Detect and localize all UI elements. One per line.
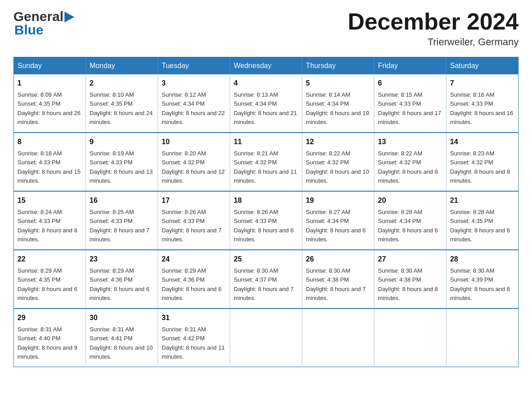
calendar-week-row: 8Sunrise: 8:18 AMSunset: 4:33 PMDaylight… (14, 133, 519, 191)
calendar-cell: 7Sunrise: 8:16 AMSunset: 4:33 PMDaylight… (446, 74, 519, 133)
calendar-cell: 19Sunrise: 8:27 AMSunset: 4:34 PMDayligh… (302, 191, 374, 250)
day-info: Sunrise: 8:28 AMSunset: 4:35 PMDaylight:… (450, 209, 510, 243)
day-info: Sunrise: 8:15 AMSunset: 4:33 PMDaylight:… (378, 91, 441, 125)
day-info: Sunrise: 8:14 AMSunset: 4:34 PMDaylight:… (306, 91, 369, 125)
calendar-cell: 11Sunrise: 8:21 AMSunset: 4:32 PMDayligh… (230, 133, 302, 191)
calendar-cell (446, 308, 519, 367)
day-info: Sunrise: 8:30 AMSunset: 4:38 PMDaylight:… (306, 267, 366, 301)
weekday-header-friday: Friday (374, 57, 446, 75)
calendar-cell: 16Sunrise: 8:25 AMSunset: 4:33 PMDayligh… (86, 191, 158, 250)
day-info: Sunrise: 8:30 AMSunset: 4:37 PMDaylight:… (234, 267, 294, 301)
calendar-cell: 24Sunrise: 8:29 AMSunset: 4:36 PMDayligh… (158, 250, 230, 308)
day-number: 4 (234, 78, 298, 89)
day-number: 19 (306, 195, 370, 206)
day-number: 1 (17, 78, 82, 89)
month-title: December 2024 (348, 9, 519, 34)
logo-triangle-icon (64, 12, 74, 22)
day-info: Sunrise: 8:31 AMSunset: 4:40 PMDaylight:… (17, 326, 77, 360)
day-number: 24 (162, 254, 226, 265)
calendar-cell: 15Sunrise: 8:24 AMSunset: 4:33 PMDayligh… (14, 191, 86, 250)
weekday-header-tuesday: Tuesday (158, 57, 230, 75)
day-info: Sunrise: 8:26 AMSunset: 4:33 PMDaylight:… (234, 209, 294, 243)
day-number: 12 (306, 137, 370, 147)
day-number: 25 (234, 254, 298, 265)
day-info: Sunrise: 8:24 AMSunset: 4:33 PMDaylight:… (17, 209, 77, 243)
day-number: 3 (162, 78, 226, 89)
calendar-cell: 1Sunrise: 8:09 AMSunset: 4:35 PMDaylight… (14, 74, 86, 133)
calendar-cell: 12Sunrise: 8:22 AMSunset: 4:32 PMDayligh… (302, 133, 374, 191)
day-number: 5 (306, 78, 370, 89)
day-info: Sunrise: 8:30 AMSunset: 4:39 PMDaylight:… (450, 267, 510, 301)
day-info: Sunrise: 8:26 AMSunset: 4:33 PMDaylight:… (162, 209, 222, 243)
calendar-week-row: 22Sunrise: 8:29 AMSunset: 4:35 PMDayligh… (14, 250, 519, 308)
day-number: 9 (90, 137, 154, 147)
day-number: 29 (17, 313, 82, 323)
day-number: 31 (162, 313, 226, 323)
calendar-cell: 20Sunrise: 8:28 AMSunset: 4:34 PMDayligh… (374, 191, 446, 250)
day-info: Sunrise: 8:23 AMSunset: 4:32 PMDaylight:… (450, 150, 510, 184)
day-info: Sunrise: 8:30 AMSunset: 4:38 PMDaylight:… (378, 267, 438, 301)
calendar-cell: 30Sunrise: 8:31 AMSunset: 4:41 PMDayligh… (86, 308, 158, 367)
title-section: December 2024 Trierweiler, Germany (348, 9, 519, 48)
calendar-cell: 22Sunrise: 8:29 AMSunset: 4:35 PMDayligh… (14, 250, 86, 308)
day-info: Sunrise: 8:12 AMSunset: 4:34 PMDaylight:… (162, 91, 225, 125)
day-number: 30 (90, 313, 154, 323)
day-number: 16 (90, 195, 154, 206)
calendar-table: SundayMondayTuesdayWednesdayThursdayFrid… (13, 57, 519, 367)
calendar-cell: 18Sunrise: 8:26 AMSunset: 4:33 PMDayligh… (230, 191, 302, 250)
calendar-cell: 28Sunrise: 8:30 AMSunset: 4:39 PMDayligh… (446, 250, 519, 308)
calendar-cell: 26Sunrise: 8:30 AMSunset: 4:38 PMDayligh… (302, 250, 374, 308)
day-info: Sunrise: 8:29 AMSunset: 4:35 PMDaylight:… (17, 267, 77, 301)
weekday-header-wednesday: Wednesday (230, 57, 302, 75)
calendar-cell: 6Sunrise: 8:15 AMSunset: 4:33 PMDaylight… (374, 74, 446, 133)
calendar-cell: 10Sunrise: 8:20 AMSunset: 4:32 PMDayligh… (158, 133, 230, 191)
day-info: Sunrise: 8:18 AMSunset: 4:33 PMDaylight:… (17, 150, 81, 184)
calendar-cell: 21Sunrise: 8:28 AMSunset: 4:35 PMDayligh… (446, 191, 519, 250)
weekday-header-sunday: Sunday (14, 57, 86, 75)
calendar-cell: 5Sunrise: 8:14 AMSunset: 4:34 PMDaylight… (302, 74, 374, 133)
day-info: Sunrise: 8:27 AMSunset: 4:34 PMDaylight:… (306, 209, 366, 243)
day-number: 18 (234, 195, 298, 206)
day-info: Sunrise: 8:20 AMSunset: 4:32 PMDaylight:… (162, 150, 225, 184)
day-number: 10 (162, 137, 226, 147)
calendar-cell: 3Sunrise: 8:12 AMSunset: 4:34 PMDaylight… (158, 74, 230, 133)
day-number: 23 (90, 254, 154, 265)
calendar-cell: 29Sunrise: 8:31 AMSunset: 4:40 PMDayligh… (14, 308, 86, 367)
day-number: 7 (450, 78, 515, 89)
day-info: Sunrise: 8:19 AMSunset: 4:33 PMDaylight:… (90, 150, 153, 184)
day-number: 13 (378, 137, 442, 147)
day-number: 27 (378, 254, 442, 265)
day-info: Sunrise: 8:09 AMSunset: 4:35 PMDaylight:… (17, 91, 81, 125)
calendar-cell (374, 308, 446, 367)
day-info: Sunrise: 8:31 AMSunset: 4:42 PMDaylight:… (162, 326, 225, 360)
day-info: Sunrise: 8:29 AMSunset: 4:36 PMDaylight:… (90, 267, 150, 301)
day-number: 8 (17, 137, 82, 147)
weekday-header-row: SundayMondayTuesdayWednesdayThursdayFrid… (14, 57, 519, 75)
day-info: Sunrise: 8:25 AMSunset: 4:33 PMDaylight:… (90, 209, 150, 243)
calendar-cell: 4Sunrise: 8:13 AMSunset: 4:34 PMDaylight… (230, 74, 302, 133)
day-number: 20 (378, 195, 442, 206)
day-info: Sunrise: 8:10 AMSunset: 4:35 PMDaylight:… (90, 91, 153, 125)
calendar-cell (302, 308, 374, 367)
day-info: Sunrise: 8:28 AMSunset: 4:34 PMDaylight:… (378, 209, 438, 243)
calendar-cell: 13Sunrise: 8:22 AMSunset: 4:32 PMDayligh… (374, 133, 446, 191)
day-number: 17 (162, 195, 226, 206)
page-header: General Blue December 2024 Trierweiler, … (13, 9, 519, 48)
day-info: Sunrise: 8:31 AMSunset: 4:41 PMDaylight:… (90, 326, 153, 360)
day-info: Sunrise: 8:22 AMSunset: 4:32 PMDaylight:… (378, 150, 438, 184)
calendar-cell: 31Sunrise: 8:31 AMSunset: 4:42 PMDayligh… (158, 308, 230, 367)
day-number: 6 (378, 78, 442, 89)
weekday-header-saturday: Saturday (446, 57, 519, 75)
calendar-cell: 9Sunrise: 8:19 AMSunset: 4:33 PMDaylight… (86, 133, 158, 191)
day-number: 22 (17, 254, 82, 265)
calendar-cell (230, 308, 302, 367)
day-info: Sunrise: 8:22 AMSunset: 4:32 PMDaylight:… (306, 150, 369, 184)
calendar-cell: 2Sunrise: 8:10 AMSunset: 4:35 PMDaylight… (86, 74, 158, 133)
calendar-week-row: 29Sunrise: 8:31 AMSunset: 4:40 PMDayligh… (14, 308, 519, 367)
svg-marker-0 (64, 12, 74, 22)
weekday-header-thursday: Thursday (302, 57, 374, 75)
day-info: Sunrise: 8:21 AMSunset: 4:32 PMDaylight:… (234, 150, 297, 184)
day-number: 28 (450, 254, 515, 265)
day-info: Sunrise: 8:16 AMSunset: 4:33 PMDaylight:… (450, 91, 513, 125)
logo-blue: Blue (14, 22, 43, 38)
